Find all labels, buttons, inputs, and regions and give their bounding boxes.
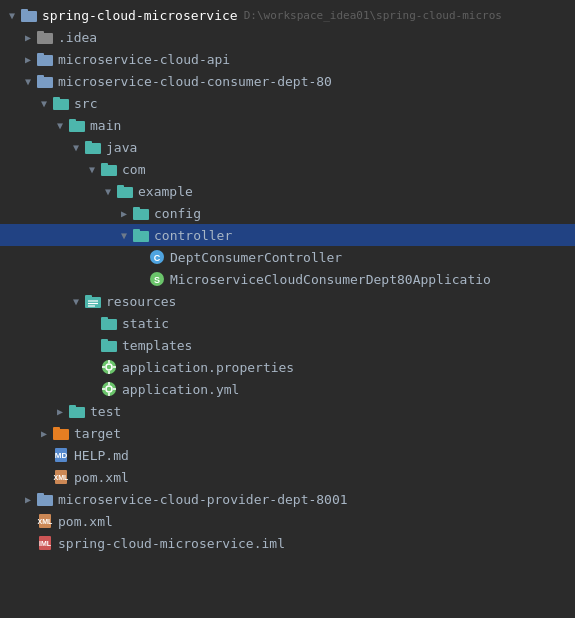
tree-icon-7	[100, 161, 118, 177]
svg-rect-15	[101, 163, 108, 167]
tree-label-6: java	[106, 140, 137, 155]
tree-label-18: test	[90, 404, 121, 419]
tree-arrow-6[interactable]	[68, 142, 84, 153]
tree-label-12: MicroserviceCloudConsumerDept80Applicati…	[170, 272, 491, 287]
tree-icon-21: XML	[52, 469, 70, 485]
tree-icon-11: C	[148, 249, 166, 265]
tree-arrow-1[interactable]	[20, 32, 36, 43]
tree-label-8: example	[138, 184, 193, 199]
tree-label-16: application.properties	[122, 360, 294, 375]
tree-item-24[interactable]: IMLspring-cloud-microservice.iml	[0, 532, 575, 554]
svg-rect-7	[37, 75, 44, 79]
tree-arrow-2[interactable]	[20, 54, 36, 65]
tree-icon-13	[84, 293, 102, 309]
tree-arrow-9[interactable]	[116, 208, 132, 219]
tree-label-20: HELP.md	[74, 448, 129, 463]
svg-rect-50	[53, 427, 60, 431]
tree-item-12[interactable]: SMicroserviceCloudConsumerDept80Applicat…	[0, 268, 575, 290]
tree-label-1: .idea	[58, 30, 97, 45]
svg-rect-5	[37, 53, 44, 57]
tree-label-13: resources	[106, 294, 176, 309]
tree-item-20[interactable]: MDHELP.md	[0, 444, 575, 466]
tree-label-7: com	[122, 162, 145, 177]
tree-item-13[interactable]: resources	[0, 290, 575, 312]
svg-rect-3	[37, 31, 44, 35]
tree-arrow-0[interactable]	[4, 10, 20, 21]
tree-item-6[interactable]: java	[0, 136, 575, 158]
tree-icon-2	[36, 51, 54, 67]
tree-item-14[interactable]: static	[0, 312, 575, 334]
svg-text:MD: MD	[55, 451, 68, 460]
tree-item-17[interactable]: application.yml	[0, 378, 575, 400]
tree-item-0[interactable]: spring-cloud-microserviceD:\workspace_id…	[0, 4, 575, 26]
tree-item-2[interactable]: microservice-cloud-api	[0, 48, 575, 70]
svg-text:XML: XML	[38, 518, 53, 525]
tree-item-19[interactable]: target	[0, 422, 575, 444]
tree-icon-0	[20, 7, 38, 23]
tree-label-17: application.yml	[122, 382, 239, 397]
tree-label-3: microservice-cloud-consumer-dept-80	[58, 74, 332, 89]
tree-icon-6	[84, 139, 102, 155]
tree-icon-14	[100, 315, 118, 331]
tree-label-9: config	[154, 206, 201, 221]
tree-arrow-18[interactable]	[52, 406, 68, 417]
tree-item-21[interactable]: XMLpom.xml	[0, 466, 575, 488]
tree-label-11: DeptConsumerController	[170, 250, 342, 265]
svg-rect-21	[133, 229, 140, 233]
tree-label-10: controller	[154, 228, 232, 243]
tree-icon-19	[52, 425, 70, 441]
tree-arrow-8[interactable]	[100, 186, 116, 197]
tree-icon-8	[116, 183, 134, 199]
svg-text:C: C	[154, 253, 161, 263]
tree-arrow-3[interactable]	[20, 76, 36, 87]
tree-label-22: microservice-cloud-provider-dept-8001	[58, 492, 348, 507]
svg-rect-11	[69, 119, 76, 123]
tree-icon-1	[36, 29, 54, 45]
tree-icon-17	[100, 381, 118, 397]
tree-item-9[interactable]: config	[0, 202, 575, 224]
svg-rect-32	[101, 317, 108, 321]
svg-text:IML: IML	[39, 540, 52, 547]
tree-item-18[interactable]: test	[0, 400, 575, 422]
tree-item-22[interactable]: microservice-cloud-provider-dept-8001	[0, 488, 575, 510]
tree-path-hint-0: D:\workspace_idea01\spring-cloud-micros	[244, 9, 502, 22]
svg-rect-1	[21, 9, 28, 13]
tree-arrow-19[interactable]	[36, 428, 52, 439]
svg-rect-17	[117, 185, 124, 189]
tree-label-19: target	[74, 426, 121, 441]
svg-rect-9	[53, 97, 60, 101]
tree-item-5[interactable]: main	[0, 114, 575, 136]
tree-item-3[interactable]: microservice-cloud-consumer-dept-80	[0, 70, 575, 92]
tree-icon-12: S	[148, 271, 166, 287]
tree-icon-23: XML	[36, 513, 54, 529]
svg-rect-19	[133, 207, 140, 211]
tree-arrow-10[interactable]	[116, 230, 132, 241]
tree-icon-20: MD	[52, 447, 70, 463]
tree-icon-22	[36, 491, 54, 507]
tree-arrow-13[interactable]	[68, 296, 84, 307]
tree-label-21: pom.xml	[74, 470, 129, 485]
tree-item-16[interactable]: application.properties	[0, 356, 575, 378]
tree-item-15[interactable]: templates	[0, 334, 575, 356]
tree-label-4: src	[74, 96, 97, 111]
tree-icon-10	[132, 227, 150, 243]
tree-item-8[interactable]: example	[0, 180, 575, 202]
tree-label-0: spring-cloud-microservice	[42, 8, 238, 23]
tree-item-4[interactable]: src	[0, 92, 575, 114]
tree-arrow-7[interactable]	[84, 164, 100, 175]
tree-icon-9	[132, 205, 150, 221]
tree-item-7[interactable]: com	[0, 158, 575, 180]
tree-item-10[interactable]: controller	[0, 224, 575, 246]
tree-label-5: main	[90, 118, 121, 133]
svg-rect-34	[101, 339, 108, 343]
tree-icon-24: IML	[36, 535, 54, 551]
tree-arrow-5[interactable]	[52, 120, 68, 131]
tree-label-14: static	[122, 316, 169, 331]
svg-rect-27	[85, 295, 92, 299]
tree-icon-3	[36, 73, 54, 89]
tree-item-11[interactable]: CDeptConsumerController	[0, 246, 575, 268]
tree-item-23[interactable]: XMLpom.xml	[0, 510, 575, 532]
tree-arrow-4[interactable]	[36, 98, 52, 109]
tree-arrow-22[interactable]	[20, 494, 36, 505]
tree-item-1[interactable]: .idea	[0, 26, 575, 48]
